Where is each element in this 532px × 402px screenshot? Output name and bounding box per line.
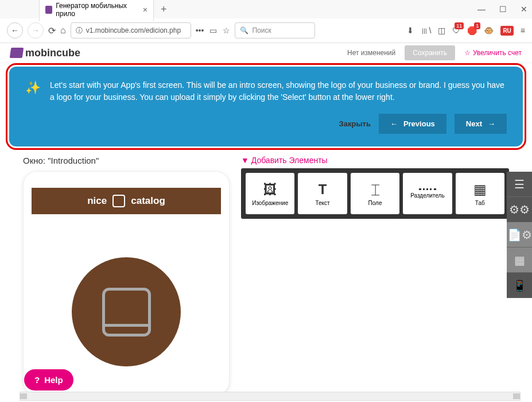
phone-header: nice catalog: [32, 188, 221, 214]
device-tool-icon[interactable]: 📱: [507, 273, 532, 298]
horizontal-scrollbar[interactable]: [20, 392, 521, 401]
toolbar-icons: ⬇ ⫼\ ◫ 🛡11 🛑1 🐵 RU ≡: [407, 26, 525, 36]
star-icon[interactable]: ☆: [223, 26, 230, 35]
search-icon: 🔍: [240, 26, 248, 34]
browser-toolbar: ← → ⟳ ⌂ ⓘ v1.mobincube.com/edicion.php •…: [0, 18, 532, 42]
editor-content: Окно: "Introduction" nice catalog ▼ Доба…: [0, 150, 532, 401]
app-header: mobincube Нет изменений Сохранить ☆ Увел…: [0, 43, 532, 63]
phone-preview: nice catalog: [23, 171, 230, 395]
tutorial-banner-highlight: ✨ Let's start with your App's first scre…: [6, 63, 526, 150]
left-panel: Окно: "Introduction" nice catalog: [23, 156, 230, 395]
text-icon: T: [319, 181, 327, 198]
logo[interactable]: mobincube: [10, 47, 80, 59]
previous-button[interactable]: ← Previous: [379, 114, 446, 134]
logo-circle: [72, 257, 181, 366]
list-tool-icon[interactable]: ☰: [507, 172, 532, 197]
titlebar: Генератор мобильных прило × + — ☐ ✕: [0, 0, 532, 18]
maximize-icon[interactable]: ☐: [499, 5, 507, 14]
elements-toolbar: 🖼 Изображение T Текст ⌶ Поле Разделитель…: [241, 168, 509, 219]
browser-tab[interactable]: Генератор мобильных прило ×: [39, 0, 154, 21]
save-button[interactable]: Сохранить: [405, 45, 455, 60]
shield-icon[interactable]: 🛡11: [452, 26, 460, 35]
home-icon[interactable]: ⌂: [60, 25, 66, 36]
book-icon: [102, 288, 151, 337]
info-icon[interactable]: ⓘ: [76, 26, 83, 36]
download-icon[interactable]: ⬇: [407, 26, 414, 35]
forward-button[interactable]: →: [28, 22, 44, 38]
banner-actions: Закрыть ← Previous Next →: [25, 114, 507, 134]
ru-badge[interactable]: RU: [500, 26, 513, 36]
search-placeholder: Поиск: [252, 26, 271, 34]
upgrade-link[interactable]: ☆ Увеличить счет: [464, 49, 522, 57]
next-button[interactable]: Next →: [455, 114, 507, 134]
element-text-button[interactable]: T Текст: [298, 173, 347, 214]
search-box[interactable]: 🔍 Поиск: [235, 22, 315, 38]
back-button[interactable]: ←: [7, 22, 23, 38]
window-controls: — ☐ ✕: [477, 5, 527, 14]
banner-text: Let's start with your App's first screen…: [50, 79, 507, 103]
new-tab-button[interactable]: +: [161, 3, 167, 16]
page-content: mobincube Нет изменений Сохранить ☆ Увел…: [0, 43, 532, 401]
minimize-icon[interactable]: —: [477, 5, 486, 14]
more-icon[interactable]: •••: [196, 26, 204, 35]
element-image-button[interactable]: 🖼 Изображение: [246, 173, 294, 214]
grid-tool-icon[interactable]: ▦: [507, 248, 532, 273]
help-icon: ?: [34, 375, 40, 385]
page-gear-tool-icon[interactable]: 📄⚙: [507, 222, 532, 248]
logo-icon: [10, 48, 24, 58]
shield-badge: 11: [455, 22, 464, 29]
field-icon: ⌶: [371, 181, 379, 198]
urlbar-actions: ••• ▭ ☆: [196, 26, 231, 35]
reload-icon[interactable]: ⟳: [48, 25, 56, 36]
header-right: Нет изменений Сохранить ☆ Увеличить счет: [347, 45, 522, 60]
gears-tool-icon[interactable]: ⚙⚙: [507, 197, 532, 222]
side-toolbar: ☰ ⚙⚙ 📄⚙ ▦ 📱: [507, 172, 532, 298]
browser-chrome: Генератор мобильных прило × + — ☐ ✕ ← → …: [0, 0, 532, 43]
arrow-left-icon: ←: [390, 119, 398, 128]
element-field-button[interactable]: ⌶ Поле: [351, 173, 399, 214]
right-panel: ▼ Добавить Элементы 🖼 Изображение T Текс…: [241, 156, 509, 395]
table-icon: ▦: [473, 181, 487, 198]
logo-text: mobincube: [25, 47, 80, 59]
close-window-icon[interactable]: ✕: [521, 5, 527, 14]
url-text: v1.mobincube.com/edicion.php: [86, 26, 181, 34]
banner-close-link[interactable]: Закрыть: [339, 119, 371, 128]
no-changes-label: Нет изменений: [347, 49, 395, 57]
arrow-right-icon: →: [488, 119, 495, 128]
wand-icon: ✨: [25, 80, 41, 103]
library-icon[interactable]: ⫼\: [421, 26, 431, 35]
tab-title: Генератор мобильных прило: [56, 2, 137, 18]
tab-close-icon[interactable]: ×: [143, 5, 147, 14]
sidebar-icon[interactable]: ◫: [438, 26, 445, 35]
window-label: Окно: "Introduction": [23, 156, 230, 165]
help-button[interactable]: ? Help: [24, 369, 73, 391]
reader-icon[interactable]: ▭: [209, 26, 217, 35]
phone-logo-small-icon: [112, 195, 125, 207]
adblock-icon[interactable]: 🛑1: [467, 26, 477, 35]
monkey-icon[interactable]: 🐵: [484, 26, 494, 35]
element-divider-button[interactable]: Разделитель: [403, 173, 452, 214]
phone-body: [32, 214, 221, 386]
url-bar[interactable]: ⓘ v1.mobincube.com/edicion.php: [71, 22, 191, 38]
tutorial-banner: ✨ Let's start with your App's first scre…: [9, 67, 523, 146]
tab-favicon: [45, 6, 52, 14]
add-elements-label[interactable]: ▼ Добавить Элементы: [241, 156, 509, 165]
adblock-badge: 1: [474, 22, 480, 29]
element-table-button[interactable]: ▦ Таб: [456, 173, 504, 214]
menu-icon[interactable]: ≡: [521, 26, 525, 35]
image-icon: 🖼: [263, 181, 277, 198]
divider-icon: [419, 188, 436, 190]
